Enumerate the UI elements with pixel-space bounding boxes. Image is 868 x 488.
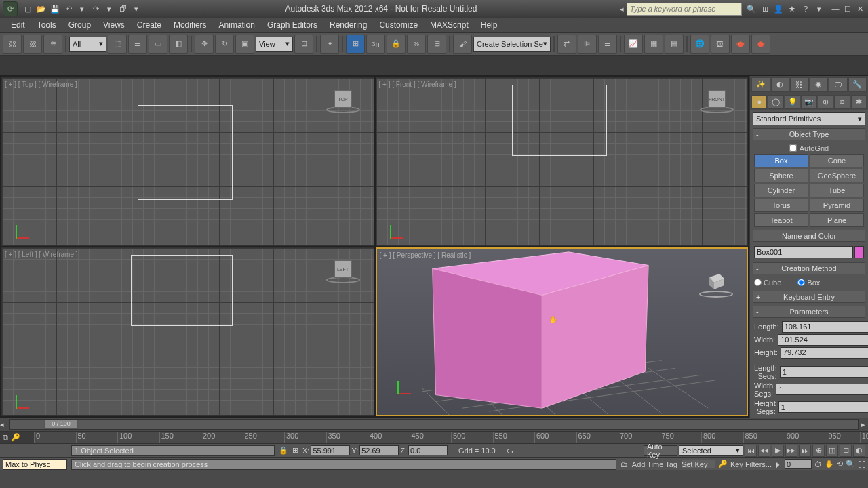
goto-end-icon[interactable]: ⏭: [799, 445, 811, 457]
scale-icon[interactable]: ▣: [235, 35, 254, 54]
timeline-ruler[interactable]: ⧉🔑 0 50 100 150 200 250 300 350 400 450 …: [0, 431, 868, 443]
autokey-button[interactable]: Auto Key: [644, 445, 677, 456]
viewport-front[interactable]: [ + ] [ Front ] [ Wireframe ] FRONT: [376, 77, 749, 246]
key-mode-icon[interactable]: ⧉: [3, 433, 8, 442]
key-filter-dropdown[interactable]: Selected▾: [679, 445, 743, 456]
app-logo[interactable]: ⟳: [3, 1, 18, 16]
timetag-icon[interactable]: 🗂: [620, 460, 628, 468]
layers-icon[interactable]: ☱: [598, 35, 617, 54]
object-type-rollout[interactable]: -Object Type: [753, 128, 865, 140]
menu-maxscript[interactable]: MAXScript: [425, 19, 474, 31]
geosphere-button[interactable]: GeoSphere: [810, 169, 864, 182]
script-listener-input[interactable]: [3, 459, 67, 470]
mirror-icon[interactable]: ⇄: [557, 35, 576, 54]
window-crossing-icon[interactable]: ◧: [169, 35, 188, 54]
cylinder-button[interactable]: Cylinder: [754, 184, 808, 197]
box-button[interactable]: Box: [754, 154, 808, 167]
utilities-tab-icon[interactable]: 🔧: [848, 77, 867, 92]
zoom-icon[interactable]: 🔍: [846, 460, 855, 468]
key-mode-icon[interactable]: ⏵: [774, 460, 782, 468]
time-slider-thumb[interactable]: 0 / 100: [44, 420, 78, 429]
width-input[interactable]: [778, 334, 868, 346]
helpers-subtab-icon[interactable]: ⊕: [818, 95, 833, 110]
view-cube[interactable]: [699, 269, 733, 303]
x-input[interactable]: [311, 445, 350, 455]
ref-coord-dropdown[interactable]: View▾: [256, 37, 293, 52]
maximize-icon[interactable]: ☐: [842, 4, 853, 14]
creation-method-rollout[interactable]: -Creation Method: [753, 262, 865, 274]
menu-animation[interactable]: Animation: [214, 19, 260, 31]
length-input[interactable]: [782, 321, 868, 333]
menu-rendering[interactable]: Rendering: [324, 19, 372, 31]
person-icon[interactable]: 👤: [773, 3, 784, 14]
modify-tab-icon[interactable]: ◐: [771, 77, 790, 92]
cone-button[interactable]: Cone: [810, 154, 864, 167]
scroll-left-icon[interactable]: ◂: [0, 420, 7, 429]
object-name-input[interactable]: [754, 246, 853, 258]
paint-icon[interactable]: 🖌: [453, 35, 472, 54]
max-toggle-icon[interactable]: ⛶: [858, 460, 865, 468]
rotate-icon[interactable]: ↻: [215, 35, 234, 54]
view-cube[interactable]: FRONT: [700, 85, 734, 119]
align-icon[interactable]: ⊫: [578, 35, 597, 54]
keyfilters-button[interactable]: Key Filters...: [730, 460, 772, 468]
torus-button[interactable]: Torus: [754, 199, 808, 212]
named-selection-dropdown[interactable]: Create Selection Se▾: [473, 37, 551, 52]
viewport-label[interactable]: [ + ] [ Front ] [ Wireframe ]: [379, 81, 456, 88]
frame-input[interactable]: [785, 459, 812, 469]
select-icon[interactable]: ⬚: [108, 35, 127, 54]
arrow-icon[interactable]: ▾: [76, 3, 88, 15]
manipulate-icon[interactable]: ✦: [320, 35, 339, 54]
viewport-perspective[interactable]: [ + ] [ Perspective ] [ Realistic ] ✋: [376, 247, 749, 416]
y-input[interactable]: [359, 445, 399, 455]
time-slider-track[interactable]: 0 / 100: [9, 419, 859, 430]
pyramid-button[interactable]: Pyramid: [810, 199, 864, 212]
arrow-icon[interactable]: ▾: [814, 3, 825, 14]
key-icon[interactable]: 🔑: [11, 433, 20, 442]
pivot-icon[interactable]: ⊡: [294, 35, 313, 54]
setkey-button[interactable]: Set Key: [682, 460, 715, 468]
viewport-label[interactable]: [ + ] [ Perspective ] [ Realistic ]: [380, 251, 471, 259]
sphere-button[interactable]: Sphere: [754, 169, 808, 182]
primitive-type-dropdown[interactable]: Standard Primitives▾: [753, 112, 865, 125]
menu-help[interactable]: Help: [475, 19, 503, 31]
render-frame-icon[interactable]: 🖼: [711, 35, 730, 54]
height-input[interactable]: [781, 347, 868, 359]
box-radio[interactable]: Box: [797, 279, 820, 287]
hierarchy-tab-icon[interactable]: ⛓: [790, 77, 809, 92]
selection-filter-dropdown[interactable]: All▾: [69, 37, 106, 52]
tube-button[interactable]: Tube: [810, 184, 864, 197]
next-frame-icon[interactable]: ▸▸: [785, 445, 797, 457]
display-tab-icon[interactable]: 🖵: [829, 77, 848, 92]
autogrid-checkbox[interactable]: [789, 144, 797, 152]
object-color-swatch[interactable]: [854, 246, 864, 258]
view-cube[interactable]: TOP: [326, 85, 360, 119]
scroll-right-icon[interactable]: ▸: [861, 420, 868, 429]
link-icon[interactable]: 🗇: [117, 3, 129, 15]
viewport-left[interactable]: [ + ] [ Left ] [ Wireframe ] LEFT: [1, 247, 374, 416]
arrow-icon[interactable]: ▾: [103, 3, 115, 15]
menu-modifiers[interactable]: Modifiers: [168, 19, 212, 31]
parameters-rollout[interactable]: -Parameters: [753, 306, 865, 318]
nav-icon[interactable]: ⊡: [840, 445, 852, 457]
menu-customize[interactable]: Customize: [374, 19, 423, 31]
transform-type-icon[interactable]: ⊞: [292, 446, 298, 455]
redo-icon[interactable]: ↷: [90, 3, 102, 15]
motion-tab-icon[interactable]: ◉: [810, 77, 829, 92]
cameras-subtab-icon[interactable]: 📷: [801, 95, 816, 110]
lsegs-input[interactable]: [780, 366, 868, 378]
wsegs-input[interactable]: [776, 384, 868, 395]
menu-grapheditors[interactable]: Graph Editors: [262, 19, 323, 31]
rect-region-icon[interactable]: ▭: [149, 35, 167, 54]
snap-toggle-icon[interactable]: ⊞: [346, 35, 365, 54]
undo-icon[interactable]: ↶: [62, 3, 75, 15]
link-icon[interactable]: ⛓: [3, 35, 22, 54]
menu-group[interactable]: Group: [63, 19, 96, 31]
minimize-icon[interactable]: —: [830, 4, 841, 14]
create-tab-icon[interactable]: ✨: [751, 77, 770, 92]
menu-tools[interactable]: Tools: [32, 19, 62, 31]
help-icon[interactable]: ?: [800, 3, 811, 14]
shapes-subtab-icon[interactable]: ◯: [768, 95, 783, 110]
goto-start-icon[interactable]: ⏮: [745, 445, 757, 457]
save-icon[interactable]: 💾: [49, 3, 61, 15]
